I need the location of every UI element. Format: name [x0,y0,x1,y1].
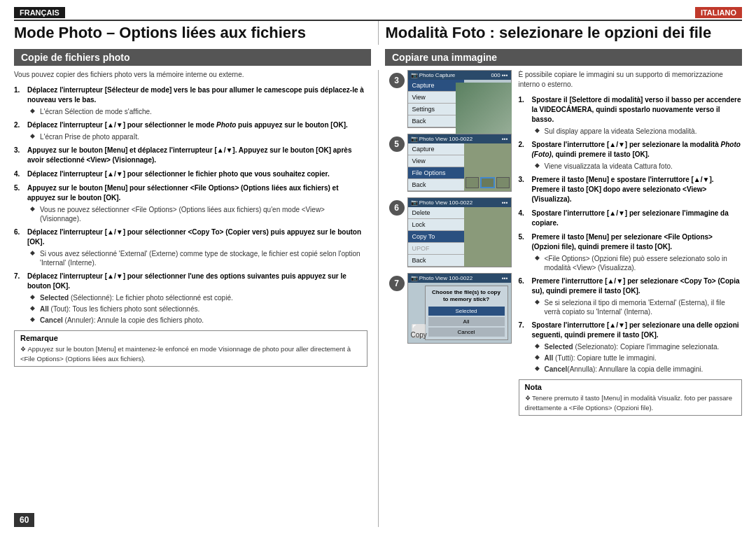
left-step-7: 7. Déplacez l'interrupteur [▲/▼] pour sé… [14,272,368,325]
right-intro: È possibile copiare le immagini su un su… [519,70,743,90]
circle-3: 3 [389,73,405,88]
right-step-7: 7. Spostare l'interruttore [▲/▼] per sel… [519,321,743,374]
lang-label-french: FRANÇAIS [14,7,65,18]
thumb-3 [496,177,510,188]
screen-7-body: Choose the file(s) to copyto memory stic… [408,283,511,343]
screen-3-photo [456,83,512,128]
thumb-row [465,177,510,188]
left-step-3: 3. Appuyez sur le bouton [Menu] et dépla… [14,146,368,165]
step-content-1: Déplacez l'interrupteur [Sélecteur de mo… [27,85,368,116]
right-step-num-2: 2. [519,140,530,171]
step-num-3: 3. [14,146,25,165]
right-step-num-7: 7. [519,321,530,374]
sub-bullet-2-1: ◆ L'écran Prise de photo apparaît. [30,132,368,141]
left-step-6: 6. Déplacez l'interrupteur [▲/▼] pour sé… [14,227,368,267]
page-container: FRANÇAIS ITALIANO Mode Photo – Options l… [0,0,756,534]
panels-wrapper: 3 📷 Photo Capture 000 ▪▪▪ Capture View S… [389,70,512,527]
screen-6: 📷 Photo View 100-0022 ▪▪▪ Delete Lock Co… [407,197,512,267]
remarque-box: Remarque ❖ Appuyez sur le bouton [Menu] … [14,330,368,367]
language-bar: FRANÇAIS ITALIANO [14,7,742,18]
right-step-content-7: Spostare l'interruttore [▲/▼] per selezi… [532,321,743,374]
thumb-1 [465,177,479,188]
right-step-content-5: Premere il tasto [Menu] per selezionare … [532,232,743,272]
right-sub-1-1: ◆ Sul display appare la videata Selezion… [535,127,743,136]
page-number: 60 [14,513,34,527]
left-step-4: 4. Déplacez l'interrupteur [▲/▼] pour sé… [14,169,368,179]
right-step-content-1: Spostare il [Selettore di modalità] vers… [532,95,743,136]
screen-5-body: Capture View File Options Back [408,143,511,191]
screen-5-photo [464,143,511,191]
dialog-selected: Selected [428,307,505,316]
left-step-2: 2. Déplacez l'interrupteur [▲/▼] pour sé… [14,120,368,141]
dialog-box: Choose the file(s) to copyto memory stic… [425,286,508,340]
diamond-icon: ◆ [535,254,543,272]
screen-6-body: Delete Lock Copy To UPOF Back [408,207,511,267]
step-content-7: Déplacez l'interrupteur [▲/▼] pour sélec… [27,272,368,325]
copy-label: Copy [411,331,427,339]
step-content-4: Déplacez l'interrupteur [▲/▼] pour sélec… [27,169,368,179]
sub-bullet-7-2: ◆ All (Tout): Tous les fichiers photo so… [30,304,368,314]
sub-bullet-1-1: ◆ L'écran Sélection de mode s'affiche. [30,107,368,116]
right-step-num-3: 3. [519,175,530,204]
menu-item-5-back: Back [408,179,464,191]
step-num-7: 7. [14,272,25,325]
right-step-num-6: 6. [519,276,530,316]
nota-box: Nota ❖ Tenere premuto il tasto [Menu] in… [519,379,743,416]
panel-7: 7 📷 Photo View 100-0022 ▪▪▪ Choose the f… [389,273,512,344]
right-sub-5-1: ◆ <File Options> (Opzioni file) può esse… [535,254,743,272]
diamond-icon: ◆ [30,249,38,267]
right-step-num-4: 4. [519,209,530,228]
step-content-6: Déplacez l'interrupteur [▲/▼] pour sélec… [27,227,368,267]
left-intro: Vous pouvez copier des fichiers photo ve… [14,70,368,80]
panel-5: 5 📷 Photo View 100-0022 ▪▪▪ Capture View… [389,134,512,192]
diamond-icon: ◆ [30,132,38,141]
screen-6-menu: Delete Lock Copy To UPOF Back [408,207,464,267]
screen-5: 📷 Photo View 100-0022 ▪▪▪ Capture View F… [407,134,512,192]
right-step-6: 6. Premere l'interruttore [▲/▼] per sele… [519,276,743,316]
menu-item-5-fileoptions: File Options [408,167,464,179]
right-steps-list: 1. Spostare il [Selettore di modalità] v… [519,95,743,374]
sub-bullet-5-1: ◆ Vous ne pouvez sélectionner <File Opti… [30,205,368,223]
right-step-content-2: Spostare l'interruttore [▲/▼] per selezi… [532,140,743,171]
thumb-2-selected [480,177,495,188]
nota-title: Nota [525,383,736,391]
sub-bullet-7-3: ◆ Cancel (Annuler): Annule la copie des … [30,316,368,325]
right-step-content-6: Premere l'interruttore [▲/▼] per selezio… [532,276,743,316]
screen-7: 📷 Photo View 100-0022 ▪▪▪ Choose the fil… [407,273,512,344]
diamond-icon: ◆ [535,342,543,351]
sub-bullet-7-1: ◆ Selected (Sélectionné): Le fichier pho… [30,293,368,302]
diamond-icon: ◆ [30,107,38,116]
step-num-6: 6. [14,227,25,267]
main-title-right: Modalità Foto : selezionare le opzioni d… [379,21,743,45]
screen-5-header: 📷 Photo View 100-0022 ▪▪▪ [408,134,511,143]
col-left: Vous pouvez copier des fichiers photo ve… [14,70,379,527]
step-num-4: 4. [14,169,25,179]
diamond-icon: ❖ [20,346,28,353]
circle-5: 5 [389,136,405,152]
diamond-icon: ❖ [525,395,533,402]
step-content-5: Appuyez sur le bouton [Menu] pour sélect… [27,183,368,223]
screen-3-body: Capture View Settings Back [408,80,511,127]
menu-item-6-lock: Lock [408,219,464,231]
main-title-row: Mode Photo – Options liées aux fichiers … [14,20,742,45]
right-sub-2-1: ◆ Viene visualizzata la videata Cattura … [535,162,743,171]
circle-6: 6 [389,200,405,216]
screen-3: 📷 Photo Capture 000 ▪▪▪ Capture View Set… [407,70,512,128]
screen-6-photo [464,207,511,267]
diamond-icon: ◆ [30,316,38,325]
menu-item-6-back: Back [408,255,464,267]
right-sub-7-1: ◆ Selected (Selezionato): Copiare l'imma… [535,342,743,351]
right-step-4: 4. Spostare l'interruttore [▲/▼] per sel… [519,209,743,228]
step-num-2: 2. [14,120,25,141]
remarque-content: ❖ Appuyez sur le bouton [Menu] et mainte… [20,344,361,363]
col-right: 3 📷 Photo Capture 000 ▪▪▪ Capture View S… [379,70,743,527]
remarque-title: Remarque [20,334,361,342]
diamond-icon: ◆ [535,162,543,171]
section-title-left: Copie de fichiers photo [14,49,371,66]
left-step-5: 5. Appuyez sur le bouton [Menu] pour sél… [14,183,368,223]
screen-5-menu: Capture View File Options Back [408,143,464,191]
content-row: Vous pouvez copier des fichiers photo ve… [14,70,742,527]
dialog-title: Choose the file(s) to copyto memory stic… [428,289,505,304]
step-num-5: 5. [14,183,25,223]
diamond-icon: ◆ [30,304,38,314]
